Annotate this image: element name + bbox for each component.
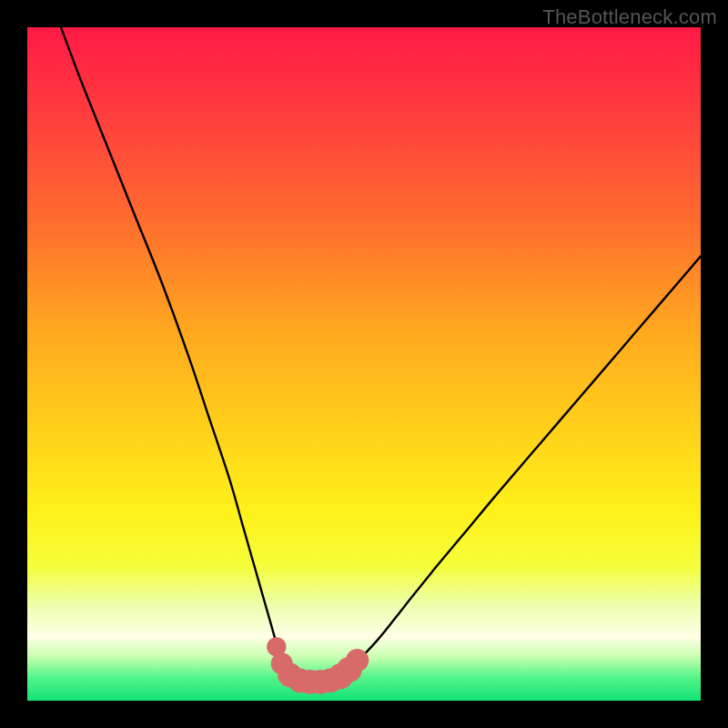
chart-svg [27,27,701,701]
chart-frame [27,27,701,701]
valley-marker-group [267,637,369,693]
bottleneck-curve [61,27,701,682]
watermark-text: TheBottleneck.com [542,5,717,29]
valley-marker [346,649,369,672]
